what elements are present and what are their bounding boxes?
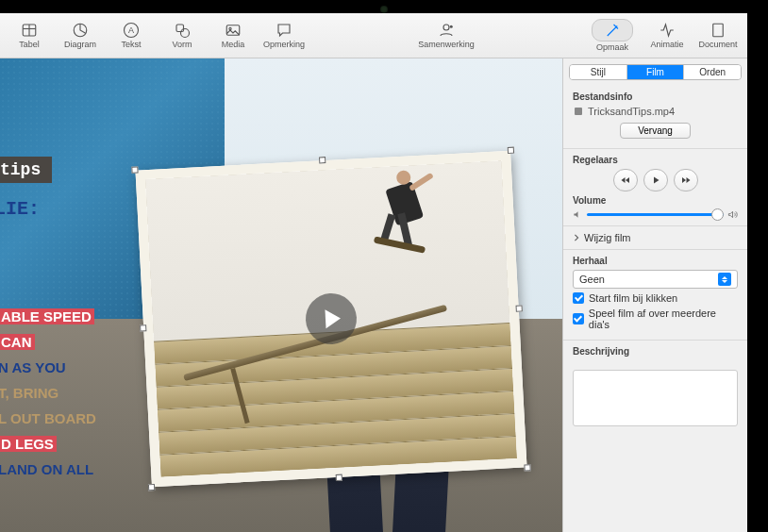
resize-handle[interactable] [508, 147, 514, 154]
text-icon: A [123, 22, 140, 39]
collab-icon [438, 22, 455, 39]
file-row: TricksandTips.mp4 [573, 106, 738, 117]
toolbar-media[interactable]: Media [208, 16, 259, 56]
media-icon [225, 22, 242, 39]
toolbar-label: Tekst [121, 40, 141, 49]
resize-handle[interactable] [516, 305, 523, 311]
toolbar-label: Vorm [172, 40, 192, 49]
shape-icon [174, 22, 191, 39]
edit-movie-label: Wijzig film [584, 232, 631, 243]
video-object[interactable] [135, 151, 526, 487]
toolbar-label: Diagram [64, 40, 96, 49]
toolbar-opmaak[interactable]: Opmaak [583, 16, 642, 56]
resize-handle[interactable] [336, 474, 342, 481]
chevron-right-icon [573, 234, 580, 241]
replace-button[interactable]: Vervang [620, 123, 691, 139]
check-start-on-click[interactable]: Start film bij klikken [573, 292, 738, 304]
chart-icon [72, 22, 89, 39]
svg-rect-12 [713, 24, 724, 37]
volume-high-icon [727, 209, 738, 220]
svg-point-11 [450, 25, 453, 28]
volume-label: Volume [573, 195, 738, 206]
file-info-label: Bestandsinfo [573, 91, 738, 102]
select-arrows-icon [718, 273, 731, 286]
svg-point-10 [443, 25, 449, 30]
comment-icon [275, 22, 292, 39]
forward-button[interactable] [674, 169, 698, 191]
svg-rect-13 [575, 108, 582, 115]
play-button[interactable] [643, 169, 668, 191]
toolbar-label: Opmaak [596, 42, 628, 52]
movie-file-icon [573, 106, 584, 117]
tab-film[interactable]: Film [626, 65, 684, 79]
filename: TricksandTips.mp4 [588, 106, 675, 117]
svg-rect-6 [176, 25, 184, 32]
tab-orden[interactable]: Orden [683, 65, 741, 79]
format-icon [604, 22, 621, 39]
volume-low-icon [573, 209, 583, 220]
slide-body-text: ABLE SPEED CAN N AS YOUT, BRINGL OUT BOA… [0, 304, 96, 482]
toolbar-label: Tabel [19, 40, 40, 49]
toolbar-samenwerking[interactable]: Samenwerking [421, 16, 472, 56]
checkbox-icon [573, 313, 584, 324]
toolbar-tekst[interactable]: A Tekst [106, 16, 157, 56]
check-label: Start film bij klikken [589, 292, 677, 304]
rewind-button[interactable] [613, 169, 638, 191]
description-label: Beschrijving [573, 346, 738, 357]
toolbar-vorm[interactable]: Vorm [157, 16, 208, 56]
toolbar-label: Animatie [650, 40, 683, 49]
description-textarea[interactable] [573, 370, 738, 426]
toolbar-opmerking[interactable]: Opmerking [259, 16, 309, 56]
check-play-across-slides[interactable]: Speel film af over meerdere dia's [573, 308, 738, 330]
repeat-select[interactable]: Geen [573, 270, 738, 289]
toolbar-diagram[interactable]: Diagram [55, 16, 106, 56]
controls-label: Regelaars [573, 155, 738, 165]
inspector-panel: Stijl Film Orden Bestandsinfo TricksandT… [562, 58, 747, 532]
resize-handle[interactable] [524, 464, 530, 471]
toolbar: Tabel Diagram A Tekst Vorm Media Opmerki… [0, 13, 747, 58]
resize-handle[interactable] [131, 166, 138, 173]
toolbar-tabel[interactable]: Tabel [4, 16, 55, 56]
toolbar-label: Opmerking [263, 40, 305, 49]
repeat-value: Geen [579, 274, 605, 285]
toolbar-label: Samenwerking [418, 40, 475, 49]
table-icon [21, 22, 38, 39]
check-label: Speel film af over meerdere dia's [589, 308, 738, 330]
inspector-tabs: Stijl Film Orden [569, 64, 742, 80]
svg-point-7 [181, 29, 190, 38]
slide-subtitle: LIE: [0, 198, 40, 220]
slide-canvas[interactable]: tips LIE: ABLE SPEED CAN N AS YOUT, BRIN… [0, 58, 562, 532]
toolbar-label: Document [698, 40, 737, 49]
slide-title-chip: tips [0, 157, 52, 183]
toolbar-document[interactable]: Document [693, 16, 743, 56]
resize-handle[interactable] [319, 157, 326, 163]
repeat-label: Herhaal [573, 256, 738, 266]
resize-handle[interactable] [148, 484, 155, 490]
resize-handle[interactable] [140, 324, 146, 331]
toolbar-label: Media [222, 40, 245, 49]
document-icon [710, 22, 726, 39]
volume-slider[interactable] [587, 213, 724, 216]
tab-stijl[interactable]: Stijl [570, 65, 626, 79]
edit-movie-disclosure[interactable]: Wijzig film [563, 226, 747, 250]
animate-icon [659, 22, 676, 39]
svg-text:A: A [128, 25, 134, 35]
laptop-camera [380, 6, 388, 13]
checkbox-icon [573, 292, 584, 304]
toolbar-animatie[interactable]: Animatie [642, 16, 693, 56]
